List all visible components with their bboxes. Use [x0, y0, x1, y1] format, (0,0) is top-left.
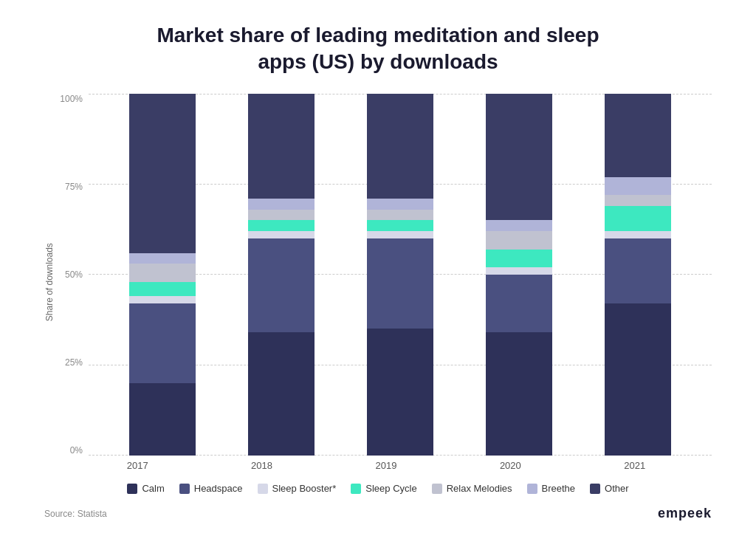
legend-label-breathe: Breethe: [542, 483, 576, 494]
bar-segment-relaxMelodies: [367, 210, 433, 221]
bars-area: [89, 94, 712, 456]
bar-segment-calm: [129, 383, 196, 456]
bar-group: [486, 94, 552, 456]
bar-group: [605, 94, 671, 456]
bar: [486, 94, 552, 456]
legend-item-headspace: Headspace: [179, 483, 243, 494]
bar: [367, 94, 433, 456]
bar-segment-sleepCycle: [367, 220, 433, 231]
bar-segment-headspace: [605, 238, 671, 303]
legend-item-breathe: Breethe: [527, 483, 576, 494]
bar-segment-sleepBooster: [605, 231, 671, 238]
legend-label-sleepCycle: Sleep Cycle: [365, 483, 416, 494]
bar: [248, 94, 315, 456]
x-label: 2020: [477, 460, 543, 471]
bar-segment-sleepBooster: [248, 231, 315, 238]
footer: Source: Statista empeek: [44, 506, 712, 521]
bar: [605, 94, 671, 456]
x-label: 2017: [104, 460, 171, 471]
bar-segment-breathe: [367, 199, 433, 210]
legend-color-sleepCycle: [351, 484, 361, 494]
legend-label-headspace: Headspace: [194, 483, 243, 494]
bar-segment-relaxMelodies: [486, 231, 552, 250]
legend-label-relaxMelodies: Relax Melodies: [447, 483, 512, 494]
bar-segment-breathe: [486, 220, 552, 231]
bar-segment-sleepCycle: [129, 282, 196, 297]
chart-content: 0%25%50%75%100% 20172018201920202021: [61, 94, 712, 471]
bar-segment-calm: [367, 329, 433, 456]
legend-color-other: [590, 484, 600, 494]
bar-segment-headspace: [129, 303, 196, 383]
chart-area: Share of downloads 0%25%50%75%100% 20172…: [44, 94, 712, 471]
bar-segment-relaxMelodies: [605, 195, 671, 206]
legend-label-calm: Calm: [142, 483, 164, 494]
y-tick: 100%: [60, 94, 83, 104]
bar-segment-other: [367, 94, 433, 199]
source-text: Source: Statista: [44, 509, 107, 519]
legend-item-calm: Calm: [127, 483, 164, 494]
bar-segment-sleepBooster: [486, 267, 552, 275]
y-tick: 75%: [65, 182, 83, 192]
brand-text: empeek: [658, 506, 712, 521]
legend-item-sleepCycle: Sleep Cycle: [351, 483, 416, 494]
bar-segment-other: [486, 94, 552, 221]
bar-group: [248, 94, 315, 456]
legend-color-headspace: [179, 484, 190, 494]
bar-segment-other: [248, 94, 315, 199]
bar-segment-calm: [486, 332, 552, 456]
legend-color-sleepBooster: [258, 484, 268, 494]
y-tick: 50%: [65, 269, 83, 280]
bar: [129, 94, 196, 456]
bar-segment-headspace: [486, 275, 552, 332]
legend-item-relaxMelodies: Relax Melodies: [432, 483, 512, 494]
bar-segment-sleepBooster: [367, 231, 433, 238]
chart-title: Market share of leading meditation and s…: [157, 22, 599, 76]
x-label: 2019: [353, 460, 419, 471]
legend-label-sleepBooster: Sleep Booster*: [272, 483, 337, 494]
x-label: 2018: [229, 460, 295, 471]
bar-segment-headspace: [248, 238, 315, 332]
bar-segment-sleepBooster: [129, 296, 196, 303]
legend-label-other: Other: [605, 483, 629, 494]
bar-segment-breathe: [605, 177, 671, 196]
bar-segment-relaxMelodies: [129, 264, 196, 282]
legend-color-relaxMelodies: [432, 484, 442, 494]
bar-segment-breathe: [129, 253, 196, 264]
x-label: 2021: [602, 460, 668, 471]
legend-color-calm: [127, 484, 137, 494]
legend-item-other: Other: [590, 483, 629, 494]
y-tick: 0%: [70, 445, 83, 456]
bar-segment-other: [605, 94, 671, 177]
bar-segment-sleepCycle: [605, 206, 671, 231]
bar-segment-relaxMelodies: [248, 210, 315, 221]
bar-segment-other: [129, 94, 196, 253]
legend-color-breathe: [527, 484, 537, 494]
bar-group: [129, 94, 196, 456]
bar-segment-sleepCycle: [248, 220, 315, 231]
y-axis-label: Share of downloads: [44, 94, 55, 471]
bar-group: [367, 94, 433, 456]
bar-segment-breathe: [248, 199, 315, 210]
y-tick: 25%: [65, 357, 83, 368]
bar-segment-calm: [248, 332, 315, 456]
grid-and-bars: 0%25%50%75%100%: [61, 94, 712, 456]
bar-segment-calm: [605, 303, 671, 456]
legend-item-sleepBooster: Sleep Booster*: [258, 483, 337, 494]
legend: CalmHeadspaceSleep Booster*Sleep CycleRe…: [127, 483, 628, 494]
y-axis: 0%25%50%75%100%: [61, 94, 89, 456]
bar-segment-headspace: [367, 238, 433, 329]
bar-segment-sleepCycle: [486, 250, 552, 268]
